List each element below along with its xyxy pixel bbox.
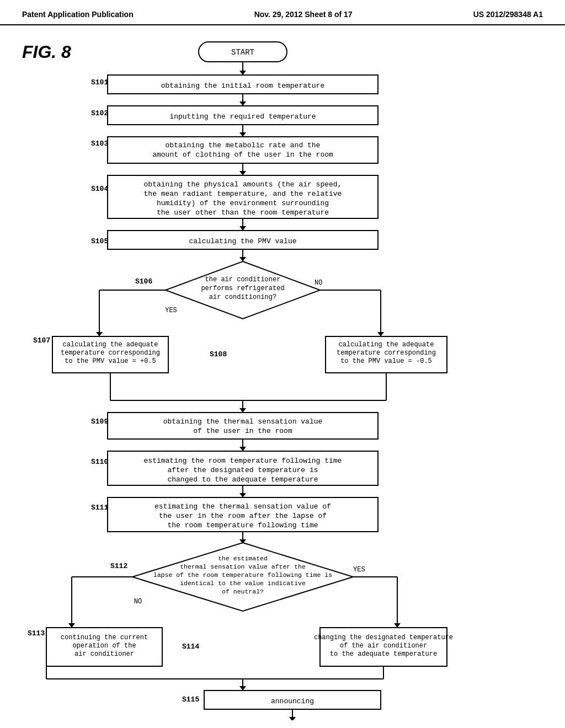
svg-rect-6 <box>108 106 378 125</box>
s107-text1: calculating the adequate <box>63 341 158 349</box>
svg-marker-18 <box>166 261 320 319</box>
s112-no: NO <box>134 598 142 606</box>
s101-text: obtaining the initial room temperature <box>161 82 324 90</box>
s115-label: S115 <box>182 695 199 704</box>
svg-marker-14 <box>239 226 246 231</box>
svg-rect-15 <box>108 231 378 249</box>
header-right: US 2012/298348 A1 <box>473 10 543 19</box>
s103-text2: amount of clothing of the user in the ro… <box>152 151 333 159</box>
s102-label: S102 <box>91 109 108 117</box>
s111-label: S111 <box>91 504 108 512</box>
s110-text3: changed to the adequate temperature <box>167 475 318 484</box>
s113-label: S113 <box>28 629 45 638</box>
flowchart-svg: START S101 obtaining the initial room te… <box>0 25 565 720</box>
svg-marker-40 <box>239 539 246 544</box>
s104-text2: the mean radiant temperature, and the re… <box>144 190 342 198</box>
page-header: Patent Application Publication Nov. 29, … <box>0 0 565 25</box>
s114-text1: changing the designated temperature <box>314 634 453 641</box>
s113-text1: continuing the current <box>61 634 148 641</box>
s105-label: S105 <box>91 237 108 245</box>
s108-text3: to the PMV value = -0.5 <box>340 357 432 365</box>
svg-marker-2 <box>239 71 246 75</box>
s102-text: inputting the required temperature <box>169 113 316 121</box>
s114-text2: of the air conditioner <box>340 642 427 650</box>
svg-rect-26 <box>326 336 447 373</box>
s112-text3: lapse of the room temperature following … <box>153 571 332 579</box>
svg-marker-55 <box>239 686 246 690</box>
s112-text5: of neutral? <box>222 588 264 595</box>
s112-label: S112 <box>110 562 127 570</box>
diagram-area: FIG. 8 START S101 obtaining the initial … <box>0 25 565 53</box>
s106-no: NO <box>315 279 322 287</box>
svg-marker-8 <box>239 132 246 137</box>
s112-yes: YES <box>353 566 365 574</box>
header-center: Nov. 29, 2012 Sheet 8 of 17 <box>254 10 353 19</box>
s106-text1: the air conditioner <box>205 276 281 283</box>
s112-text4: identical to the value indicative <box>180 580 306 587</box>
s107-text3: to the PMV value = +0.5 <box>65 357 156 365</box>
svg-marker-34 <box>239 447 246 451</box>
s104-text4: the user other than the room temperature <box>157 208 329 217</box>
s103-text1: obtaining the metabolic rate and the <box>166 141 321 149</box>
s108-text1: calculating the adequate <box>339 341 434 349</box>
s111-text2: the user in the room after the lapse of <box>159 512 327 520</box>
svg-rect-38 <box>108 497 378 532</box>
svg-rect-49 <box>320 628 447 666</box>
s113-text2: operation of the <box>72 642 136 650</box>
s109-text1: obtaining the thermal sensation value <box>163 417 323 426</box>
svg-rect-9 <box>108 137 378 163</box>
svg-rect-0 <box>199 42 287 62</box>
svg-marker-37 <box>239 493 246 497</box>
fig-label: FIG. 8 <box>22 42 71 62</box>
s109-text2: of the user in the room <box>193 427 292 435</box>
s110-text2: after the designated temperature is <box>167 466 318 474</box>
s106-yes: YES <box>165 307 177 314</box>
s112-text2: thermal sensation value after the <box>180 563 306 570</box>
s109-label: S109 <box>91 417 108 426</box>
header-left: Patent Application Publication <box>22 10 134 19</box>
svg-marker-58 <box>289 717 296 720</box>
svg-marker-21 <box>96 332 103 336</box>
s107-label: S107 <box>33 336 50 345</box>
s104-text1: obtaining the physical amounts (the air … <box>144 180 342 189</box>
s111-text3: the room temperature following time <box>167 521 318 529</box>
start-label: START <box>231 48 254 57</box>
svg-marker-17 <box>239 257 246 261</box>
s110-text1: estimating the room temperature followin… <box>144 457 342 465</box>
s110-label: S110 <box>91 458 108 466</box>
s108-label: S108 <box>210 350 227 358</box>
s104-text3: humidity) of the environment surrounding <box>157 199 329 207</box>
s115-text: announcing <box>271 697 314 705</box>
s107-text2: temperature corresponding <box>61 349 160 357</box>
s113-text3: air conditioner <box>74 650 134 658</box>
s106-label: S106 <box>135 277 152 286</box>
svg-marker-24 <box>377 332 384 336</box>
svg-marker-44 <box>68 623 75 628</box>
svg-rect-35 <box>108 451 378 485</box>
s106-text2: performs refrigerated <box>201 285 284 292</box>
svg-rect-12 <box>108 175 378 218</box>
s112-text1: the estimated <box>218 555 268 562</box>
s114-label: S114 <box>182 643 199 651</box>
svg-marker-41 <box>132 543 353 611</box>
s108-text2: temperature corresponding <box>337 349 436 357</box>
svg-rect-56 <box>204 690 381 709</box>
svg-rect-3 <box>108 75 378 94</box>
svg-marker-5 <box>239 101 246 106</box>
svg-marker-31 <box>239 408 246 413</box>
svg-marker-47 <box>394 623 401 628</box>
s106-text3: air conditioning? <box>209 293 276 301</box>
s111-text1: estimating the thermal sensation value o… <box>154 502 331 511</box>
s103-label: S103 <box>91 140 108 148</box>
svg-marker-11 <box>239 171 246 175</box>
svg-rect-48 <box>46 628 162 666</box>
s104-label: S104 <box>91 185 108 193</box>
svg-rect-32 <box>108 413 378 439</box>
s101-label: S101 <box>91 78 108 87</box>
s105-text: calculating the PMV value <box>189 237 296 245</box>
svg-rect-25 <box>52 336 168 373</box>
s114-text3: to the adequate temperature <box>330 650 437 658</box>
